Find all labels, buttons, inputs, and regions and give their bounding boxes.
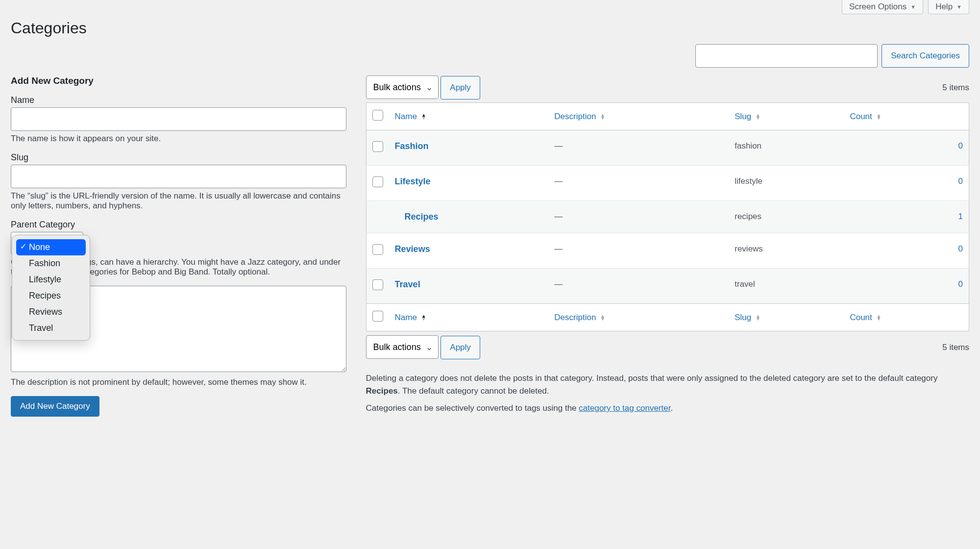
category-name-link[interactable]: Travel: [395, 279, 420, 289]
bulk-actions-select-top[interactable]: Bulk actions: [366, 75, 439, 99]
category-count-link[interactable]: 0: [958, 244, 963, 253]
search-categories-button[interactable]: Search Categories: [882, 44, 969, 68]
sort-icon: ▲▼: [877, 114, 882, 120]
categories-table: Name ▲▼ Description ▲▼ Slug ▲▼ Count ▲▼: [366, 102, 969, 331]
category-description: —: [554, 176, 563, 186]
category-count-link[interactable]: 0: [958, 141, 963, 150]
description-help: The description is not prominent by defa…: [11, 377, 346, 387]
category-name-link[interactable]: Recipes: [395, 212, 439, 222]
parent-option-recipes[interactable]: Recipes: [16, 288, 86, 304]
sort-icon: ▲▼: [756, 114, 760, 120]
select-all-checkbox-top[interactable]: [372, 110, 383, 121]
add-new-category-button[interactable]: Add New Category: [11, 396, 99, 417]
help-label: Help: [935, 2, 953, 12]
row-checkbox[interactable]: [372, 244, 383, 255]
parent-option-lifestyle[interactable]: Lifestyle: [16, 272, 86, 288]
name-help: The name is how it appears on your site.: [11, 134, 346, 144]
parent-option-none[interactable]: None: [16, 239, 86, 255]
name-label: Name: [11, 95, 346, 105]
items-count-bottom: 5 items: [942, 343, 969, 352]
sort-icon: ▲▼: [877, 315, 882, 321]
parent-category-label: Parent Category: [11, 220, 346, 230]
caret-down-icon: ▼: [910, 4, 916, 10]
category-name-link[interactable]: Fashion: [395, 141, 429, 151]
search-input[interactable]: [695, 44, 878, 68]
category-description: —: [554, 244, 563, 253]
add-new-heading: Add New Category: [11, 75, 346, 86]
parent-category-dropdown[interactable]: None Fashion Lifestyle Recipes Reviews T…: [12, 235, 90, 341]
bulk-actions-select-bottom[interactable]: Bulk actions: [366, 335, 439, 359]
caret-down-icon: ▼: [956, 4, 962, 10]
table-row: Travel—travel0: [366, 269, 969, 304]
category-description: —: [554, 279, 563, 289]
items-count-top: 5 items: [942, 83, 969, 93]
category-name-link[interactable]: Reviews: [395, 244, 430, 254]
column-description-footer[interactable]: Description ▲▼: [548, 304, 729, 331]
slug-help: The “slug” is the URL-friendly version o…: [11, 191, 346, 211]
column-count-header[interactable]: Count ▲▼: [844, 103, 969, 130]
category-slug: reviews: [735, 244, 763, 253]
column-slug-header[interactable]: Slug ▲▼: [729, 103, 844, 130]
column-name-header[interactable]: Name ▲▼: [389, 103, 549, 130]
screen-options-label: Screen Options: [849, 2, 906, 12]
name-input[interactable]: [11, 107, 346, 131]
help-button[interactable]: Help ▼: [928, 0, 969, 14]
category-to-tag-converter-link[interactable]: category to tag converter: [579, 403, 670, 413]
table-row: Lifestyle—lifestyle0: [366, 166, 969, 201]
page-title: Categories: [11, 14, 969, 44]
column-name-footer[interactable]: Name ▲▼: [389, 304, 549, 331]
parent-option-travel[interactable]: Travel: [16, 320, 86, 336]
apply-button-bottom[interactable]: Apply: [441, 336, 480, 359]
category-name-link[interactable]: Lifestyle: [395, 176, 431, 186]
category-count-link[interactable]: 0: [958, 176, 963, 186]
sort-icon: ▲▼: [421, 315, 426, 321]
category-slug: fashion: [735, 141, 761, 150]
sort-icon: ▲▼: [421, 114, 426, 120]
category-count-link[interactable]: 0: [958, 279, 963, 289]
sort-icon: ▲▼: [600, 114, 605, 120]
table-row: Reviews—reviews0: [366, 233, 969, 269]
column-description-header[interactable]: Description ▲▼: [548, 103, 729, 130]
category-slug: recipes: [735, 212, 761, 221]
table-row: Recipes—recipes1: [366, 201, 969, 233]
slug-label: Slug: [11, 152, 346, 163]
parent-option-reviews[interactable]: Reviews: [16, 304, 86, 320]
column-slug-footer[interactable]: Slug ▲▼: [729, 304, 844, 331]
row-checkbox[interactable]: [372, 176, 383, 187]
row-checkbox[interactable]: [372, 141, 383, 152]
sort-icon: ▲▼: [600, 315, 605, 321]
sort-icon: ▲▼: [756, 315, 760, 321]
parent-option-fashion[interactable]: Fashion: [16, 255, 86, 272]
category-slug: lifestyle: [735, 176, 762, 186]
table-row: Fashion—fashion0: [366, 130, 969, 166]
footer-notes: Deleting a category does not delete the …: [366, 372, 969, 415]
category-description: —: [554, 141, 563, 150]
category-slug: travel: [735, 279, 755, 289]
column-count-footer[interactable]: Count ▲▼: [844, 304, 969, 331]
select-all-checkbox-bottom[interactable]: [372, 311, 383, 322]
apply-button-top[interactable]: Apply: [441, 76, 480, 100]
screen-options-button[interactable]: Screen Options ▼: [842, 0, 923, 14]
slug-input[interactable]: [11, 165, 346, 188]
row-checkbox[interactable]: [372, 279, 383, 290]
category-count-link[interactable]: 1: [958, 212, 963, 221]
category-description: —: [554, 212, 563, 221]
